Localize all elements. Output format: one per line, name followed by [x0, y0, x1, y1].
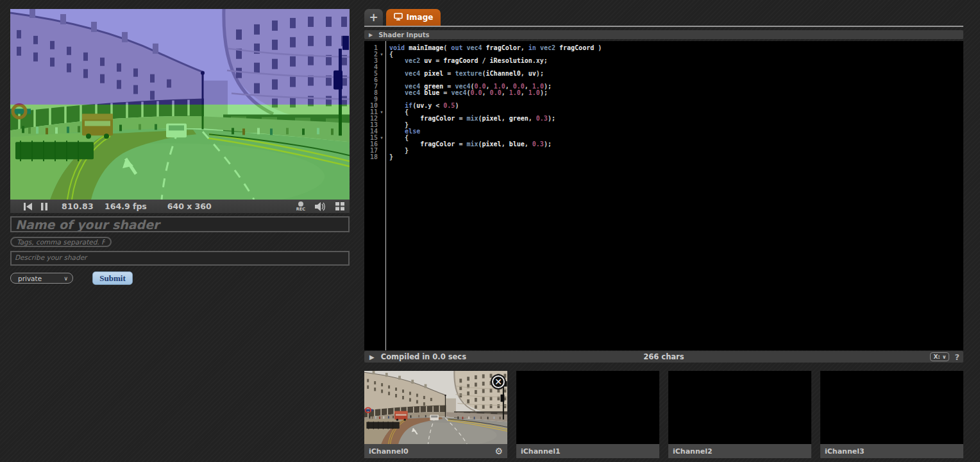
fold-spacer [378, 64, 385, 71]
volume-icon[interactable] [315, 202, 326, 211]
channel-row: ✕ iChannel0 ⚙ iChannel1 iChannel2 iChann… [364, 371, 963, 458]
code-line[interactable]: else [389, 128, 602, 135]
channel2-slot[interactable] [668, 371, 811, 444]
shader-description-input[interactable] [10, 251, 350, 266]
gutter: 12▾34567891011▾12131415▾161718 [364, 41, 386, 350]
code-line[interactable]: if(uv.y < 0.5) [389, 103, 602, 109]
channel0-label: iChannel0 [369, 447, 409, 456]
rec-icon[interactable]: REC [296, 201, 305, 212]
help-button[interactable]: ? [954, 352, 959, 362]
line-number[interactable]: 18 [364, 154, 385, 160]
code-line[interactable]: } [389, 122, 602, 128]
playback-time: 810.83 [62, 201, 94, 211]
fold-spacer [378, 122, 385, 128]
channel-1: iChannel1 [516, 371, 659, 458]
char-count: 266 chars [364, 352, 963, 361]
fold-spacer [378, 45, 385, 51]
shader-inputs-label: Shader Inputs [378, 31, 429, 38]
channel1-label-bar: iChannel1 [516, 444, 659, 458]
fullscreen-icon[interactable] [335, 202, 344, 210]
fold-spacer [378, 58, 385, 64]
channel3-label: iChannel3 [825, 447, 865, 456]
code-line[interactable]: vec4 pixel = texture(iChannel0, uv); [389, 71, 602, 77]
fold-arrow-icon[interactable]: ▾ [378, 109, 385, 116]
channel2-label-bar: iChannel2 [668, 444, 811, 458]
tab-divider [364, 26, 963, 27]
fold-spacer [378, 90, 385, 96]
player-bar: 810.83 164.9 fps 640 x 360 REC [10, 200, 350, 213]
shader-panel: 810.83 164.9 fps 640 x 360 REC private ∨… [10, 9, 350, 285]
code-line[interactable]: fragColor = mix(pixel, blue, 0.3); [389, 141, 602, 148]
font-size-select[interactable]: X: ∨ [930, 352, 949, 361]
gear-icon[interactable]: ⚙ [494, 447, 503, 456]
shader-name-input[interactable] [10, 216, 350, 232]
fold-spacer [378, 71, 385, 77]
preview-street-photo [10, 9, 350, 200]
channel0-label-bar: iChannel0 ⚙ [364, 444, 507, 458]
channel2-label: iChannel2 [673, 447, 713, 456]
fold-spacer [378, 148, 385, 154]
fold-spacer [378, 83, 385, 90]
code-line[interactable]: vec4 blue = vec4(0.0, 0.0, 1.0, 1.0); [389, 90, 602, 96]
pause-icon[interactable] [41, 203, 47, 210]
visibility-value: private [18, 275, 42, 282]
fold-spacer [378, 77, 385, 83]
channel3-label-bar: iChannel3 [820, 444, 963, 458]
fold-spacer [378, 103, 385, 109]
resolution-label: 640 x 360 [167, 201, 212, 211]
tab-image-label: Image [407, 13, 434, 22]
shader-tags-input[interactable] [10, 237, 112, 247]
channel-0: ✕ iChannel0 ⚙ [364, 371, 507, 458]
chevron-down-icon: ∨ [63, 275, 68, 282]
channel1-slot[interactable] [516, 371, 659, 444]
rec-label: REC [296, 207, 305, 212]
channel0-texture[interactable]: ✕ [364, 371, 507, 444]
channel1-label: iChannel1 [521, 447, 561, 456]
channel3-slot[interactable] [820, 371, 963, 444]
monitor-icon [394, 13, 403, 22]
code-line[interactable]: } [389, 148, 602, 154]
code-editor[interactable]: 12▾34567891011▾12131415▾161718 void main… [364, 41, 963, 350]
fold-spacer [378, 141, 385, 148]
channel0-street-photo [364, 371, 507, 444]
chevron-down-icon: ∨ [942, 354, 947, 360]
code-line[interactable]: void mainImage( out vec4 fragColor, in v… [389, 45, 602, 51]
code-line[interactable]: } [389, 154, 602, 160]
fold-spacer [378, 128, 385, 135]
fold-spacer [378, 96, 385, 103]
font-size-value: X: [933, 354, 940, 360]
visibility-select[interactable]: private ∨ [10, 273, 73, 284]
submit-button[interactable]: Submit [92, 271, 133, 285]
status-bar: 266 chars ▶ Compiled in 0.0 secs X: ∨ ? [364, 351, 963, 363]
code-line[interactable]: vec2 uv = fragCoord / iResolution.xy; [389, 58, 602, 64]
code-area[interactable]: void mainImage( out vec4 fragColor, in v… [386, 41, 602, 350]
tab-image[interactable]: Image [386, 9, 441, 26]
fold-spacer [378, 154, 385, 160]
channel-2: iChannel2 [668, 371, 811, 458]
add-tab-button[interactable]: + [364, 9, 383, 26]
expand-triangle-icon: ▶ [369, 32, 373, 38]
fold-arrow-icon[interactable]: ▾ [378, 135, 385, 141]
shader-inputs-toggle[interactable]: ▶ Shader Inputs [364, 30, 963, 39]
channel-3: iChannel3 [820, 371, 963, 458]
fps-counter: 164.9 fps [105, 201, 147, 211]
fold-arrow-icon[interactable]: ▾ [378, 51, 385, 58]
shader-preview-canvas[interactable] [10, 9, 350, 200]
rec-dot [298, 201, 303, 207]
rewind-icon[interactable] [24, 203, 32, 210]
tab-bar: + Image [364, 9, 963, 26]
close-icon[interactable]: ✕ [491, 374, 506, 389]
editor-panel: + Image ▶ Shader Inputs 12▾34567891011▾1… [364, 9, 963, 363]
fold-spacer [378, 116, 385, 122]
code-line[interactable]: fragColor = mix(pixel, green, 0.3); [389, 116, 602, 122]
